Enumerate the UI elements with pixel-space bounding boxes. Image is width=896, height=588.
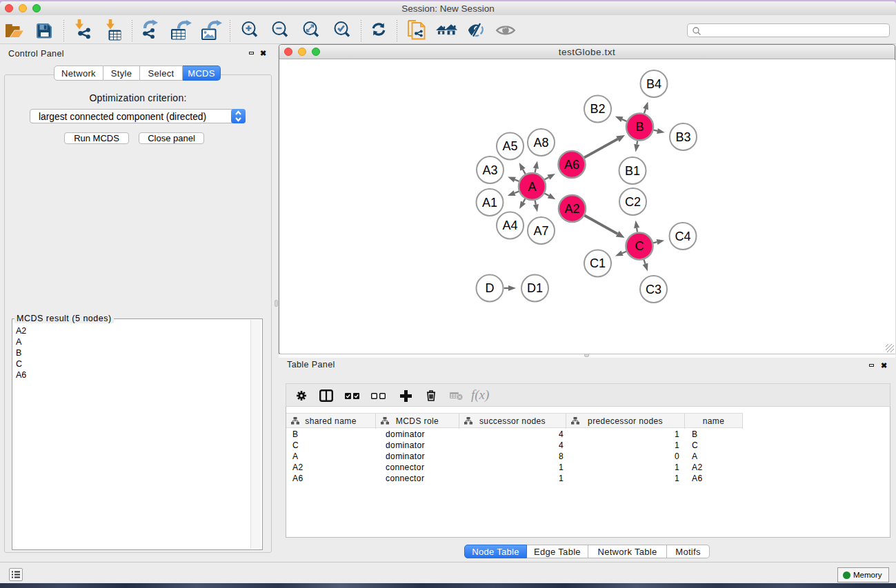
svg-text:C4: C4: [675, 230, 690, 243]
svg-text:D: D: [485, 281, 494, 295]
svg-text:A4: A4: [502, 219, 517, 232]
svg-text:D1: D1: [526, 281, 542, 295]
svg-text:A2: A2: [564, 202, 579, 216]
svg-text:B4: B4: [646, 77, 661, 91]
svg-text:A: A: [528, 180, 536, 194]
svg-text:B3: B3: [675, 130, 690, 144]
svg-text:C2: C2: [624, 195, 640, 209]
svg-text:A3: A3: [482, 163, 497, 177]
svg-text:A6: A6: [564, 158, 579, 172]
svg-text:A1: A1: [481, 196, 497, 210]
svg-text:A8: A8: [533, 136, 548, 150]
svg-text:C3: C3: [645, 283, 661, 296]
svg-text:B2: B2: [590, 102, 605, 116]
svg-text:B: B: [635, 120, 644, 134]
svg-text:A7: A7: [533, 224, 548, 238]
svg-text:B1: B1: [624, 164, 639, 178]
svg-text:C1: C1: [589, 256, 605, 270]
svg-text:A5: A5: [502, 139, 517, 153]
svg-text:C: C: [635, 239, 644, 253]
